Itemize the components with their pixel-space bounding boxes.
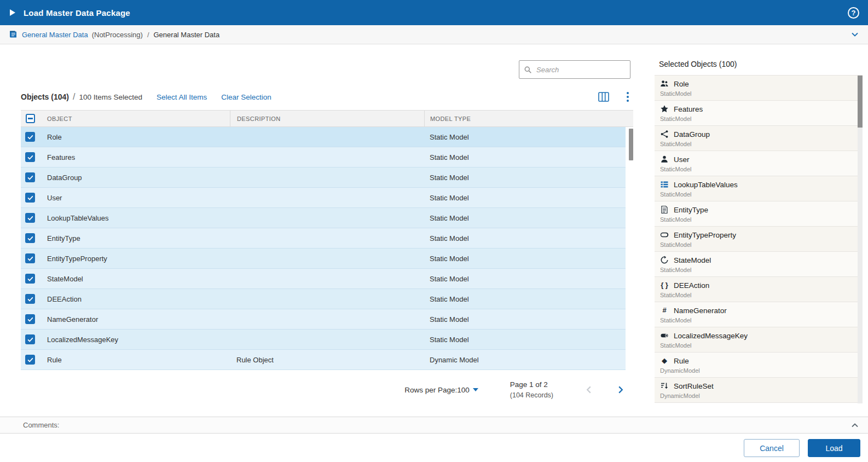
select-all-checkbox[interactable] bbox=[26, 114, 35, 123]
row-checkbox[interactable] bbox=[25, 314, 35, 324]
row-checkbox[interactable] bbox=[25, 274, 35, 284]
rows-per-page-dropdown[interactable]: Rows per Page:100 bbox=[404, 386, 478, 394]
scrollbar-thumb[interactable] bbox=[629, 129, 633, 160]
selected-object-type: StaticModel bbox=[660, 116, 848, 122]
selected-object-name: DataGroup bbox=[674, 130, 710, 138]
cell-model-type: Static Model bbox=[424, 269, 626, 288]
chevron-up-icon[interactable] bbox=[850, 421, 859, 430]
selected-object-type: StaticModel bbox=[660, 342, 848, 349]
selected-object-item[interactable]: DataGroupStaticModel bbox=[655, 126, 863, 151]
selected-object-item[interactable]: EntityTypePropertyStaticModel bbox=[655, 227, 863, 252]
table-row[interactable]: RuleRule ObjectDynamic Model bbox=[21, 350, 626, 370]
row-checkbox[interactable] bbox=[25, 294, 35, 304]
table-row[interactable]: FeaturesStatic Model bbox=[21, 147, 626, 168]
cell-object: Role bbox=[39, 127, 230, 147]
cell-model-type: Dynamic Model bbox=[424, 350, 626, 369]
selected-object-item[interactable]: { }DEEActionStaticModel bbox=[655, 277, 863, 302]
selected-object-item[interactable]: LocalizedMessageKeyStaticModel bbox=[655, 327, 863, 353]
items-selected-label: 100 Items Selected bbox=[79, 93, 142, 101]
selected-object-item[interactable]: StateModelStaticModel bbox=[655, 252, 863, 277]
search-box bbox=[519, 60, 630, 79]
table-row[interactable]: DataGroupStatic Model bbox=[21, 168, 626, 188]
selected-object-item[interactable]: #NameGeneratorStaticModel bbox=[655, 302, 863, 327]
table-row[interactable]: LookupTableValuesStatic Model bbox=[21, 208, 626, 228]
prev-page-button[interactable] bbox=[584, 385, 594, 395]
selected-object-name: DEEAction bbox=[674, 281, 709, 290]
column-header-object[interactable]: OBJECT bbox=[39, 111, 230, 126]
row-checkbox[interactable] bbox=[25, 193, 35, 203]
row-checkbox[interactable] bbox=[25, 334, 35, 344]
cell-description bbox=[230, 269, 424, 288]
app-title: Load Master Data Package bbox=[24, 8, 130, 18]
selected-object-name: LocalizedMessageKey bbox=[674, 332, 748, 340]
cell-object: LookupTableValues bbox=[39, 208, 230, 228]
share-icon bbox=[660, 130, 669, 138]
selected-object-item[interactable]: ◆RuleDynamicModel bbox=[655, 353, 863, 378]
row-checkbox[interactable] bbox=[25, 355, 35, 365]
cell-model-type: Static Model bbox=[424, 147, 626, 167]
table-row[interactable]: NameGeneratorStatic Model bbox=[21, 309, 626, 330]
breadcrumb-status: (NotProcessing) bbox=[92, 31, 143, 39]
cell-model-type: Static Model bbox=[424, 309, 626, 329]
table-row[interactable]: RoleStatic Model bbox=[21, 127, 626, 147]
selected-object-type: StaticModel bbox=[660, 267, 848, 273]
cell-description bbox=[230, 228, 424, 248]
selected-object-item[interactable]: SortRuleSetDynamicModel bbox=[655, 378, 863, 403]
row-checkbox[interactable] bbox=[25, 132, 35, 142]
table-row[interactable]: EntityTypeStatic Model bbox=[21, 228, 626, 249]
cell-object: EntityType bbox=[39, 228, 230, 248]
breadcrumb-package-link[interactable]: General Master Data bbox=[22, 31, 88, 39]
table-row[interactable]: LocalizedMessageKeyStatic Model bbox=[21, 330, 626, 350]
row-checkbox-cell bbox=[21, 249, 39, 268]
selected-object-item[interactable]: FeaturesStaticModel bbox=[655, 101, 863, 126]
cell-model-type: Static Model bbox=[424, 289, 626, 309]
scrollbar-thumb[interactable] bbox=[858, 76, 863, 128]
column-header-model-type[interactable]: MODEL TYPE bbox=[424, 111, 633, 126]
cell-object: StateModel bbox=[39, 269, 230, 288]
selected-objects-title: Selected Objects (100) bbox=[659, 60, 863, 68]
table-row[interactable]: StateModelStatic Model bbox=[21, 269, 626, 289]
selected-object-type: StaticModel bbox=[660, 216, 848, 223]
selected-object-item[interactable]: RoleStaticModel bbox=[655, 76, 863, 101]
selected-object-type: StaticModel bbox=[660, 191, 848, 198]
table-row[interactable]: UserStatic Model bbox=[21, 188, 626, 208]
diamond-icon: ◆ bbox=[660, 356, 669, 365]
clear-selection-link[interactable]: Clear Selection bbox=[221, 93, 271, 101]
row-checkbox[interactable] bbox=[25, 233, 35, 243]
table-row[interactable]: DEEActionStatic Model bbox=[21, 289, 626, 309]
row-checkbox[interactable] bbox=[25, 253, 35, 263]
select-all-items-link[interactable]: Select All Items bbox=[157, 93, 207, 101]
table-row[interactable]: EntityTypePropertyStatic Model bbox=[21, 249, 626, 269]
table-scrollbar[interactable] bbox=[629, 129, 633, 368]
breadcrumb-separator: / bbox=[147, 31, 149, 39]
next-page-button[interactable] bbox=[616, 385, 626, 395]
selected-object-item[interactable]: EntityTypeStaticModel bbox=[655, 201, 863, 227]
help-button[interactable]: ? bbox=[848, 7, 859, 19]
hash-icon: # bbox=[660, 306, 669, 315]
cell-model-type: Static Model bbox=[424, 330, 626, 349]
cancel-button[interactable]: Cancel bbox=[744, 439, 800, 457]
row-checkbox[interactable] bbox=[25, 172, 35, 182]
row-checkbox-cell bbox=[21, 350, 39, 369]
kebab-menu-icon[interactable] bbox=[626, 91, 630, 103]
cell-description bbox=[230, 289, 424, 309]
selected-object-type: StaticModel bbox=[660, 90, 848, 97]
cell-object: Rule bbox=[39, 350, 230, 369]
table-toolbar: Objects (104) / 100 Items Selected Selec… bbox=[21, 89, 633, 105]
columns-icon[interactable] bbox=[598, 92, 609, 102]
selected-object-name: Role bbox=[674, 80, 689, 88]
panel-scrollbar[interactable] bbox=[858, 76, 863, 403]
row-checkbox[interactable] bbox=[25, 213, 35, 223]
app-header: Load Master Data Package ? bbox=[0, 0, 868, 25]
load-button[interactable]: Load bbox=[808, 439, 860, 457]
comments-bar[interactable]: Comments: bbox=[0, 417, 868, 434]
row-checkbox[interactable] bbox=[25, 152, 35, 162]
selected-object-item[interactable]: UserStaticModel bbox=[655, 151, 863, 176]
records-label: (104 Records) bbox=[510, 390, 553, 400]
chevron-down-icon[interactable] bbox=[850, 30, 859, 39]
selected-object-item[interactable]: LookupTableValuesStaticModel bbox=[655, 176, 863, 201]
search-input[interactable] bbox=[536, 66, 633, 74]
page-info: Page 1 of 2 (104 Records) bbox=[510, 379, 553, 400]
column-header-description[interactable]: DESCRIPTION bbox=[230, 111, 424, 126]
cell-model-type: Static Model bbox=[424, 208, 626, 228]
